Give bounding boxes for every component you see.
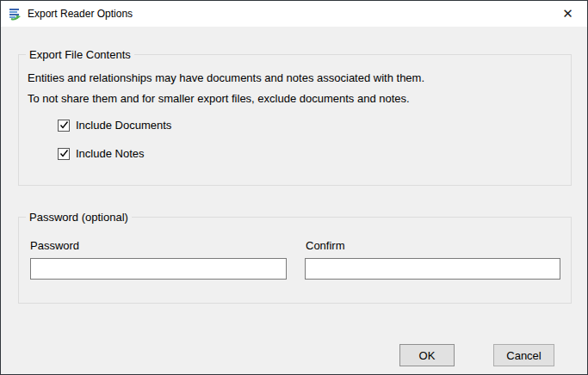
group-legend: Password (optional) <box>26 211 132 224</box>
group-legend: Export File Contents <box>26 48 134 61</box>
export-document-icon <box>8 7 22 21</box>
include-documents-checkbox[interactable] <box>58 120 70 132</box>
include-documents-checkbox-row[interactable]: Include Documents <box>58 119 171 132</box>
export-reader-options-dialog: Export Reader Options ✕ Export File Cont… <box>0 0 588 375</box>
password-group: Password (optional) Password Confirm <box>18 217 572 304</box>
password-input[interactable] <box>30 258 287 280</box>
description-line-2: To not share them and for smaller export… <box>28 92 410 105</box>
confirm-label: Confirm <box>306 239 345 252</box>
window-title: Export Reader Options <box>28 8 133 20</box>
password-label: Password <box>30 239 79 252</box>
ok-button[interactable]: OK <box>399 344 455 366</box>
include-documents-label: Include Documents <box>76 119 171 132</box>
close-button[interactable]: ✕ <box>548 1 587 26</box>
checkmark-icon <box>59 120 69 130</box>
export-file-contents-group: Export File Contents Entities and relati… <box>18 54 572 186</box>
include-notes-checkbox[interactable] <box>58 148 70 160</box>
confirm-input[interactable] <box>305 258 560 280</box>
cancel-button[interactable]: Cancel <box>493 344 554 366</box>
checkmark-icon <box>59 149 69 158</box>
titlebar: Export Reader Options ✕ <box>1 1 587 27</box>
include-notes-label: Include Notes <box>76 147 145 160</box>
description-line-1: Entities and relationships may have docu… <box>28 71 424 84</box>
include-notes-checkbox-row[interactable]: Include Notes <box>58 147 145 160</box>
